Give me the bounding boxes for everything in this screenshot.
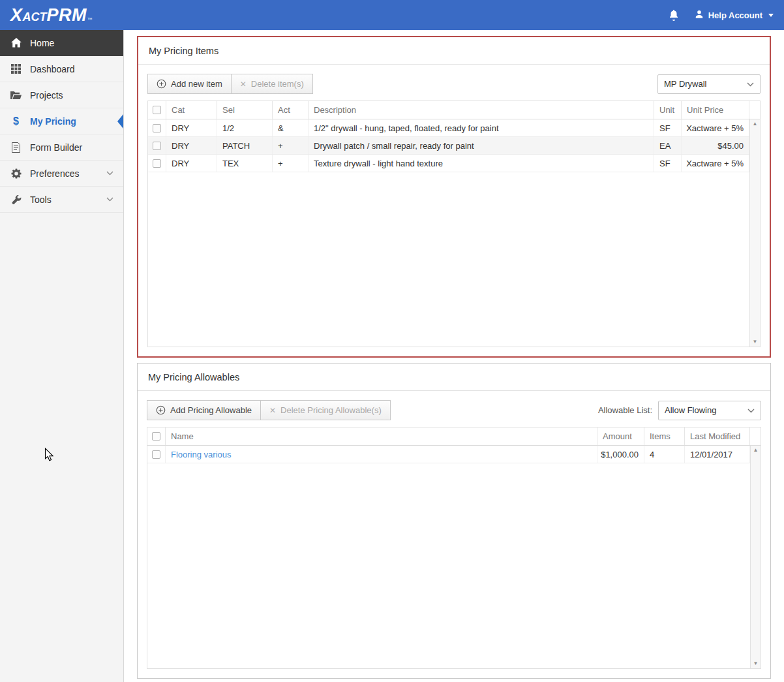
add-pricing-allowable-button[interactable]: Add Pricing Allowable bbox=[147, 400, 261, 420]
sidebar-item-my-pricing[interactable]: $ My Pricing bbox=[0, 108, 123, 134]
wrench-icon bbox=[10, 194, 22, 205]
table-row[interactable]: DRY PATCH + Drywall patch / small repair… bbox=[148, 137, 760, 155]
cell-sel: PATCH bbox=[217, 137, 273, 154]
sidebar-item-tools[interactable]: Tools bbox=[0, 187, 123, 213]
column-header-items[interactable]: Items bbox=[644, 427, 685, 445]
sidebar-item-label: My Pricing bbox=[30, 116, 76, 127]
scroll-down-icon[interactable]: ▼ bbox=[753, 661, 759, 666]
delete-items-button[interactable]: ✕ Delete item(s) bbox=[232, 74, 313, 94]
allowables-table: Name Amount Items Last Modified Flooring… bbox=[147, 427, 761, 669]
table-row[interactable]: DRY TEX + Texture drywall - light hand t… bbox=[148, 155, 760, 172]
column-header-name[interactable]: Name bbox=[166, 427, 597, 445]
my-pricing-allowables-panel: My Pricing Allowables Add Pricing Allowa… bbox=[137, 363, 771, 679]
scroll-up-icon[interactable]: ▲ bbox=[753, 121, 758, 127]
sidebar-item-home[interactable]: Home bbox=[0, 30, 123, 56]
vertical-scrollbar[interactable]: ▲ ▼ bbox=[749, 119, 760, 347]
caret-down-icon bbox=[768, 14, 774, 17]
column-header-unit[interactable]: Unit bbox=[654, 101, 682, 119]
cell-unit-price: Xactware + 5% bbox=[682, 155, 749, 172]
vertical-scrollbar[interactable]: ▲ ▼ bbox=[750, 446, 761, 668]
app-logo[interactable]: XACTPRM™ bbox=[10, 5, 93, 25]
scrollbar-header-stub bbox=[750, 427, 761, 445]
cell-sel: TEX bbox=[217, 155, 273, 172]
chevron-down-icon bbox=[106, 171, 113, 176]
sidebar-item-label: Dashboard bbox=[30, 64, 75, 74]
help-account-label: Help Account bbox=[708, 10, 762, 20]
trademark-mark: ™ bbox=[87, 17, 93, 23]
cell-act: & bbox=[273, 119, 309, 136]
column-header-description[interactable]: Description bbox=[309, 101, 654, 119]
cell-description: Texture drywall - light hand texture bbox=[309, 155, 654, 172]
sidebar-item-label: Home bbox=[30, 38, 54, 48]
allowable-list-label: Allowable List: bbox=[598, 405, 652, 415]
sidebar: Home Dashboard Projects $ My Pricing For… bbox=[0, 30, 124, 682]
column-header-sel[interactable]: Sel bbox=[217, 101, 273, 119]
circle-plus-icon bbox=[157, 79, 166, 89]
home-icon bbox=[10, 38, 22, 48]
table-row[interactable]: DRY 1/2 & 1/2" drywall - hung, taped, fl… bbox=[148, 119, 760, 137]
cell-last-modified: 12/01/2017 bbox=[685, 446, 750, 463]
sidebar-item-dashboard[interactable]: Dashboard bbox=[0, 56, 123, 82]
table-row[interactable]: Flooring various $1,000.00 4 12/01/2017 bbox=[147, 446, 761, 463]
panel-title: My Pricing Items bbox=[138, 37, 770, 65]
panel-body: Add new item ✕ Delete item(s) MP Drywall… bbox=[138, 65, 770, 356]
allowable-list-dropdown[interactable]: Allow Flowing bbox=[658, 401, 761, 420]
allowable-name-link[interactable]: Flooring various bbox=[171, 450, 232, 459]
column-header-amount[interactable]: Amount bbox=[597, 427, 644, 445]
price-list-dropdown[interactable]: MP Drywall bbox=[657, 74, 761, 94]
folder-icon bbox=[10, 91, 22, 100]
sidebar-item-label: Projects bbox=[30, 90, 63, 101]
sidebar-item-projects[interactable]: Projects bbox=[0, 82, 123, 108]
column-header-cat[interactable]: Cat bbox=[166, 101, 217, 119]
cell-amount: $1,000.00 bbox=[597, 446, 644, 463]
button-group: Add Pricing Allowable ✕ Delete Pricing A… bbox=[147, 400, 391, 420]
user-icon bbox=[695, 9, 704, 21]
gear-icon bbox=[10, 168, 22, 179]
cell-description: 1/2" drywall - hung, taped, floated, rea… bbox=[309, 119, 654, 136]
header-checkbox-cell bbox=[147, 427, 166, 445]
my-pricing-items-panel: My Pricing Items Add new item ✕ Delete i… bbox=[137, 36, 771, 358]
header-checkbox-cell bbox=[148, 101, 166, 119]
circle-plus-icon bbox=[156, 405, 166, 415]
table-header: Name Amount Items Last Modified bbox=[147, 427, 761, 446]
table-body: DRY 1/2 & 1/2" drywall - hung, taped, fl… bbox=[148, 119, 760, 347]
table-header: Cat Sel Act Description Unit Unit Price bbox=[148, 101, 760, 119]
add-new-item-button[interactable]: Add new item bbox=[147, 74, 232, 94]
sidebar-item-label: Tools bbox=[30, 194, 52, 205]
dashboard-grid-icon bbox=[10, 64, 22, 74]
select-all-checkbox[interactable] bbox=[153, 106, 161, 114]
sidebar-item-form-builder[interactable]: Form Builder bbox=[0, 134, 123, 161]
row-checkbox[interactable] bbox=[153, 142, 161, 150]
price-list-value: MP Drywall bbox=[664, 79, 707, 89]
row-checkbox[interactable] bbox=[152, 450, 160, 459]
cell-items: 4 bbox=[644, 446, 685, 463]
cell-unit-price: $45.00 bbox=[682, 137, 749, 154]
pricing-items-toolbar: Add new item ✕ Delete item(s) MP Drywall bbox=[147, 74, 761, 94]
cell-unit: EA bbox=[654, 137, 682, 154]
allowable-list-value: Allow Flowing bbox=[665, 405, 716, 415]
dollar-icon: $ bbox=[10, 116, 22, 127]
column-header-act[interactable]: Act bbox=[273, 101, 309, 119]
column-header-last-modified[interactable]: Last Modified bbox=[685, 427, 750, 445]
cell-act: + bbox=[273, 137, 309, 154]
column-header-unit-price[interactable]: Unit Price bbox=[682, 101, 749, 119]
scroll-up-icon[interactable]: ▲ bbox=[753, 448, 759, 453]
chevron-down-icon bbox=[106, 197, 113, 202]
scrollbar-header-stub bbox=[749, 101, 760, 119]
delete-pricing-allowables-button[interactable]: ✕ Delete Pricing Allowable(s) bbox=[261, 400, 391, 420]
row-checkbox[interactable] bbox=[153, 124, 161, 132]
sidebar-item-label: Form Builder bbox=[30, 142, 82, 153]
allowables-toolbar: Add Pricing Allowable ✕ Delete Pricing A… bbox=[147, 400, 761, 420]
select-all-checkbox[interactable] bbox=[152, 432, 160, 441]
topbar-right: Help Account bbox=[669, 9, 774, 21]
cell-cat: DRY bbox=[166, 137, 217, 154]
cell-unit: SF bbox=[654, 119, 682, 136]
panel-title: My Pricing Allowables bbox=[138, 364, 770, 391]
scroll-down-icon[interactable]: ▼ bbox=[753, 339, 758, 345]
pricing-items-table: Cat Sel Act Description Unit Unit Price … bbox=[147, 101, 761, 347]
sidebar-item-preferences[interactable]: Preferences bbox=[0, 161, 123, 187]
notifications-bell-icon[interactable] bbox=[669, 10, 679, 21]
logo-text: X bbox=[10, 5, 23, 25]
help-account-menu[interactable]: Help Account bbox=[695, 9, 774, 21]
row-checkbox[interactable] bbox=[153, 159, 161, 168]
